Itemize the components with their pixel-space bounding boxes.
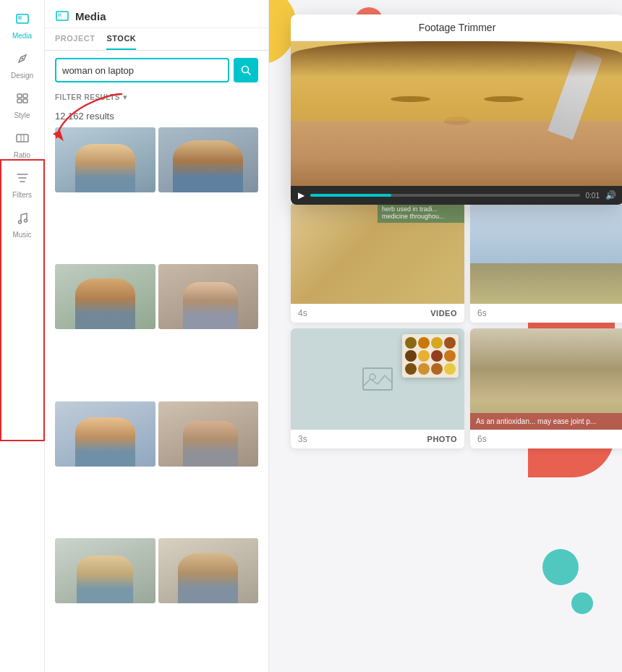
media-card-3[interactable]: 3s PHOTO: [291, 328, 464, 448]
filter-chevron-icon: ▾: [123, 93, 127, 102]
antioxidant-overlay: As an antioxidan... may ease joint p...: [470, 413, 622, 430]
music-icon: [15, 210, 30, 229]
card-thumb-2: [470, 203, 622, 304]
svg-point-2: [21, 58, 23, 60]
figure-5: [55, 401, 156, 467]
sidebar-design-label: Design: [11, 72, 33, 80]
main-content: Footage Trimmer: [269, 0, 622, 672]
tab-project[interactable]: PROJECT: [55, 34, 95, 50]
footage-trimmer: Footage Trimmer: [291, 14, 622, 205]
svg-rect-5: [17, 99, 22, 103]
svg-rect-4: [23, 94, 27, 98]
panel-media-icon: [55, 9, 69, 23]
card-duration-4: 6s: [477, 434, 487, 444]
result-thumb-1[interactable]: [55, 127, 156, 192]
herb-text-overlay: herb used in tradi... medicine throughou…: [378, 203, 464, 223]
tab-stock[interactable]: STOCK: [106, 34, 136, 50]
main-container: Media Design Style: [0, 0, 622, 672]
results-count: 12,162 results: [45, 108, 268, 127]
time-label: 0:01: [586, 192, 600, 200]
sidebar-item-media[interactable]: Media: [0, 6, 44, 46]
svg-rect-7: [17, 135, 28, 142]
figure-3: [55, 264, 156, 329]
media-panel: Media PROJECT STOCK FILTER RESULTS ▾: [45, 0, 269, 672]
card-type-3: PHOTO: [427, 435, 457, 443]
sidebar-ratio-label: Ratio: [14, 151, 30, 159]
card-thumb-4: As an antioxidan... may ease joint p...: [470, 328, 622, 430]
spice-palette: [402, 334, 459, 378]
sidebar-item-filters[interactable]: Filters: [0, 165, 44, 205]
card-footer-1: 4s VIDEO: [291, 304, 464, 323]
card-footer-2: 6s VI: [470, 304, 622, 323]
result-thumb-6[interactable]: [158, 401, 259, 467]
svg-line-15: [248, 72, 251, 75]
svg-rect-1: [18, 16, 22, 20]
filter-label: FILTER RESULTS: [55, 93, 120, 101]
panel-title: Media: [75, 10, 106, 22]
card-duration-1: 4s: [298, 308, 307, 318]
sidebar-item-music[interactable]: Music: [0, 205, 44, 244]
face-illustration: [291, 41, 622, 186]
panel-header: Media: [45, 0, 268, 28]
play-button[interactable]: ▶: [298, 190, 304, 200]
card-duration-2: 6s: [477, 308, 487, 318]
card-thumb-3: [291, 328, 464, 430]
trimmer-video: [291, 41, 622, 186]
result-thumb-7[interactable]: [55, 538, 156, 603]
card-video-bg-1: herb used in tradi... medicine throughou…: [291, 203, 464, 304]
sidebar-music-label: Music: [12, 231, 31, 239]
svg-rect-13: [58, 13, 61, 17]
media-card-4[interactable]: As an antioxidan... may ease joint p... …: [470, 328, 622, 448]
search-row: [45, 51, 268, 90]
placeholder-image-icon: [359, 361, 396, 397]
search-input-wrap[interactable]: [55, 58, 229, 82]
result-thumb-3[interactable]: [55, 264, 156, 329]
media-icon: [15, 12, 30, 30]
media-cards-grid: herb used in tradi... medicine throughou…: [291, 203, 622, 448]
card-type-1: VIDEO: [430, 309, 457, 318]
herb-text: herb used in tradi... medicine throughou…: [382, 205, 445, 220]
sidebar-filters-label: Filters: [12, 191, 32, 199]
search-input[interactable]: [62, 65, 222, 76]
card-footer-4: 6s VI: [470, 430, 622, 448]
search-icon: [241, 65, 251, 75]
search-button[interactable]: [234, 58, 258, 82]
filter-row[interactable]: FILTER RESULTS ▾: [45, 90, 268, 108]
figure-2: [158, 127, 259, 192]
ratio-icon: [15, 131, 30, 149]
sidebar-media-label: Media: [12, 32, 32, 40]
media-card-2[interactable]: 6s VI: [470, 203, 622, 323]
progress-bar[interactable]: [310, 194, 580, 197]
card-thumb-1: herb used in tradi... medicine throughou…: [291, 203, 464, 304]
card-duration-3: 3s: [298, 434, 307, 444]
result-thumb-2[interactable]: [158, 127, 259, 192]
filters-icon: [15, 171, 30, 189]
results-grid: [45, 127, 268, 672]
card-footer-3: 3s PHOTO: [291, 430, 464, 448]
icon-sidebar: Media Design Style: [0, 0, 45, 672]
svg-point-10: [18, 221, 21, 224]
figure-8: [158, 538, 259, 603]
figure-7: [55, 538, 156, 603]
panel-tabs: PROJECT STOCK: [45, 28, 268, 51]
trimmer-header: Footage Trimmer: [291, 14, 622, 41]
figure-1: [55, 127, 156, 192]
result-thumb-8[interactable]: [158, 538, 259, 603]
svg-rect-6: [23, 99, 27, 103]
volume-icon[interactable]: 🔊: [605, 190, 616, 200]
sidebar-style-label: Style: [14, 111, 30, 119]
sidebar-item-ratio[interactable]: Ratio: [0, 125, 44, 165]
media-card-1[interactable]: herb used in tradi... medicine throughou…: [291, 203, 464, 323]
figure-6: [158, 401, 259, 467]
result-thumb-5[interactable]: [55, 401, 156, 467]
design-icon: [15, 51, 30, 69]
style-icon: [15, 91, 30, 109]
svg-point-11: [24, 219, 27, 222]
sidebar-item-style[interactable]: Style: [0, 85, 44, 125]
trimmer-controls: ▶ 0:01 🔊: [291, 186, 622, 205]
sidebar-item-design[interactable]: Design: [0, 46, 44, 85]
svg-rect-3: [17, 94, 22, 98]
progress-fill: [310, 194, 391, 197]
figure-4: [158, 264, 259, 329]
result-thumb-4[interactable]: [158, 264, 259, 329]
